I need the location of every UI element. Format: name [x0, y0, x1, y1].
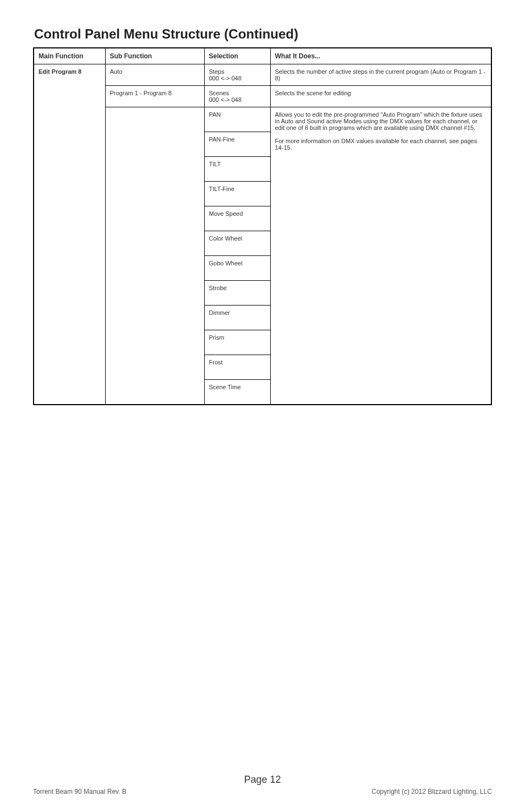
cell-sub-auto: Auto — [105, 64, 204, 86]
table-row: Edit Program 8 Auto Steps 000 <-> 048 Se… — [34, 64, 491, 86]
cell-selection: PAN — [204, 107, 270, 132]
page-footer: Page 12 Torrent Beam 90 Manual Rev. B Co… — [33, 774, 492, 795]
cell-scenes: Scenes 000 <-> 048 — [204, 86, 270, 107]
menu-structure-table: Main Function Sub Function Selection Wha… — [33, 47, 492, 405]
cell-selection: TILT — [204, 157, 270, 182]
th-sub-function: Sub Function — [105, 48, 204, 64]
cell-selection: Frost — [204, 355, 270, 380]
page-title: Control Panel Menu Structure (Continued) — [34, 26, 492, 42]
cell-main-function: Edit Program 8 — [34, 64, 105, 405]
cell-sub-empty — [105, 107, 204, 405]
cell-sub-programs: Program 1 - Program 8 — [105, 86, 204, 107]
cell-steps-desc: Selects the number of active steps in th… — [270, 64, 491, 86]
cell-selection: Scene Time — [204, 380, 270, 405]
page-number: Page 12 — [33, 774, 492, 786]
cell-big-desc: Allows you to edit the pre-programmed "A… — [270, 107, 491, 405]
table-header-row: Main Function Sub Function Selection Wha… — [34, 48, 491, 64]
cell-selection: TILT-Fine — [204, 182, 270, 206]
cell-selection: Strobe — [204, 281, 270, 306]
th-what-it-does: What It Does... — [270, 48, 491, 64]
footer-left: Torrent Beam 90 Manual Rev. B — [33, 788, 127, 795]
th-main-function: Main Function — [34, 48, 105, 64]
cell-steps: Steps 000 <-> 048 — [204, 64, 270, 86]
cell-selection: Color Wheel — [204, 231, 270, 256]
cell-scenes-desc: Selects the scene for editing — [270, 86, 491, 107]
th-selection: Selection — [204, 48, 270, 64]
document-page: Control Panel Menu Structure (Continued)… — [0, 0, 525, 812]
footer-right: Copyright (c) 2012 Blizzard Lighting, LL… — [371, 788, 492, 795]
cell-selection: Dimmer — [204, 306, 270, 330]
cell-selection: PAN-Fine — [204, 132, 270, 157]
cell-selection: Move Speed — [204, 206, 270, 231]
cell-selection: Gobo Wheel — [204, 256, 270, 281]
cell-selection: Prism — [204, 330, 270, 355]
